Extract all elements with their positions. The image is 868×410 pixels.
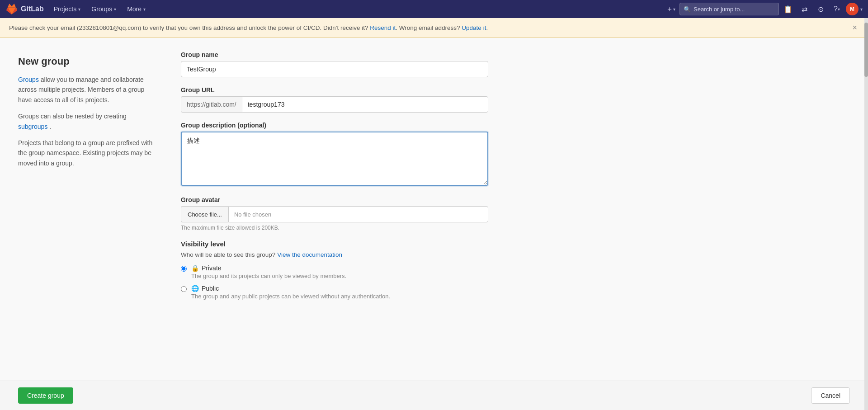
sidebar-para2-pre: Groups can also be nested by creating [18,113,127,120]
nav-groups[interactable]: Groups ▾ [87,4,121,14]
group-name-label: Group name [181,51,488,58]
nav-more[interactable]: More ▾ [123,4,150,14]
gitlab-logo-icon [5,3,18,15]
merge-request-icon-button[interactable]: ⇄ [797,2,811,16]
group-desc-group: Group description (optional) 描述 [181,122,488,187]
avatar-chevron-icon: ▾ [860,7,863,12]
update-link[interactable]: Update it [462,24,486,31]
url-group-container: https://gitlab.com/ [181,96,488,113]
sidebar-para1: Groups allow you to manage and collabora… [18,75,154,105]
group-avatar-label: Group avatar [181,196,488,203]
content-area: New group Groups allow you to manage and… [0,38,542,349]
brand-name: GitLab [21,5,44,13]
url-prefix: https://gitlab.com/ [181,96,242,113]
group-name-group: Group name [181,51,488,77]
group-url-label: Group URL [181,86,488,94]
public-desc: The group and any public projects can be… [191,293,390,300]
visibility-doc-link[interactable]: View the documentation [277,251,342,258]
todo-icon-button[interactable]: 📋 [781,2,795,16]
help-chevron-icon: ▾ [838,7,840,12]
group-desc-label: Group description (optional) [181,122,488,129]
alert-text: Please check your email (2332810801@qq.c… [9,24,488,31]
projects-chevron-icon: ▾ [78,7,80,12]
private-title: 🔒 Private [191,264,346,272]
user-avatar[interactable]: M [846,3,859,15]
globe-icon: 🌐 [191,285,199,292]
public-label-text: Public [202,285,219,292]
resend-link[interactable]: Resend it [370,24,396,31]
brand[interactable]: GitLab [5,3,44,15]
visibility-desc: Who will be able to see this group? View… [181,251,488,258]
more-chevron-icon: ▾ [143,7,146,12]
scrollbar[interactable] [864,18,868,349]
public-label[interactable]: 🌐 Public The group and any public projec… [191,285,390,300]
groups-link[interactable]: Groups [18,76,39,83]
groups-chevron-icon: ▾ [114,7,116,12]
nav-more-label: More [127,5,142,13]
page-title: New group [18,56,154,67]
lock-icon: 🔒 [191,264,199,272]
avatar-upload-container: Choose file... No file chosen [181,206,488,222]
public-radio[interactable] [181,286,187,292]
navbar: GitLab Projects ▾ Groups ▾ More ▾ ＋ ▾ 🔍 … [0,0,868,18]
public-option: 🌐 Public The group and any public projec… [181,285,488,300]
visibility-group: Visibility level Who will be able to see… [181,240,488,300]
nav-projects[interactable]: Projects ▾ [49,4,85,14]
new-item-button[interactable]: ＋ ▾ [663,2,678,16]
choose-file-label: Choose file... [188,211,222,218]
issues-icon-button[interactable]: ⊙ [813,2,828,16]
group-url-input[interactable] [242,96,488,113]
private-desc: The group and its projects can only be v… [191,273,346,279]
private-option: 🔒 Private The group and its projects can… [181,264,488,279]
group-desc-textarea[interactable]: 描述 [181,132,488,186]
private-label-text: Private [202,264,222,272]
choose-file-button[interactable]: Choose file... [181,206,228,222]
nav-projects-label: Projects [54,5,77,13]
public-title: 🌐 Public [191,285,390,292]
file-size-hint: The maximum file size allowed is 200KB. [181,225,488,231]
visibility-desc-text: Who will be able to see this group? [181,251,275,258]
alert-email: 2332810801@qq.com [79,24,139,31]
visibility-title: Visibility level [181,240,488,248]
avatar-initials: M [850,6,854,12]
new-item-chevron-icon: ▾ [673,7,675,12]
file-chosen-label: No file chosen [228,206,488,222]
group-avatar-group: Group avatar Choose file... No file chos… [181,196,488,231]
group-name-input[interactable] [181,61,488,77]
sidebar-para2-post: . [49,123,51,130]
group-url-group: Group URL https://gitlab.com/ [181,86,488,113]
private-radio[interactable] [181,266,187,272]
search-icon: 🔍 [684,6,691,13]
sidebar-para2: Groups can also be nested by creating su… [18,111,154,132]
search-placeholder: Search or jump to... [693,6,745,13]
search-bar[interactable]: 🔍 Search or jump to... [679,3,779,15]
sidebar-info: New group Groups allow you to manage and… [18,51,154,336]
nav-groups-label: Groups [91,5,112,13]
no-file-text: No file chosen [234,211,271,218]
alert-close-button[interactable]: × [850,24,859,32]
scrollbar-thumb[interactable] [864,23,868,77]
alert-banner: Please check your email (2332810801@qq.c… [0,18,868,38]
form-section: Group name Group URL https://gitlab.com/… [181,51,488,336]
subgroups-link[interactable]: subgroups [18,123,47,130]
private-label[interactable]: 🔒 Private The group and its projects can… [191,264,346,279]
page-wrapper: Please check your email (2332810801@qq.c… [0,18,868,349]
sidebar-para3: Projects that belong to a group are pref… [18,138,154,168]
help-icon-button[interactable]: ? ▾ [830,2,844,16]
